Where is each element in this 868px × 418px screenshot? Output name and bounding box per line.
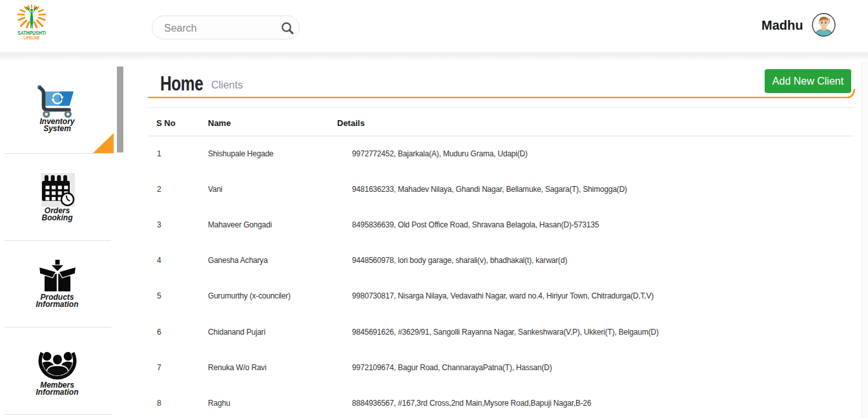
svg-text:LIFELINE: LIFELINE [24,36,40,40]
